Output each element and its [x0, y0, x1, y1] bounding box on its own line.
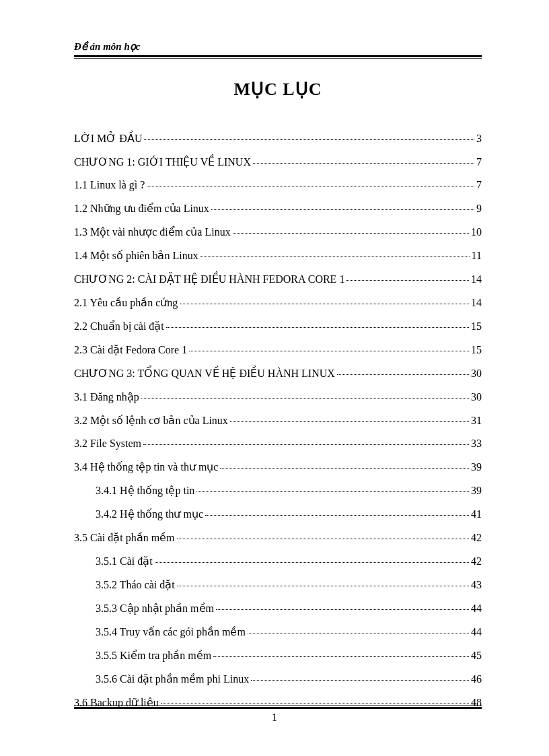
toc-entry-page: 42: [471, 532, 482, 544]
toc-entry: 3.5.6 Cài đặt phần mềm phi Linux46: [74, 673, 482, 685]
toc-entry: CHƯƠNG 3: TỔNG QUAN VỀ HỆ ĐIỀU HÀNH LINU…: [74, 367, 482, 380]
toc-entry: 3.2 Một số lệnh cơ bản của Linux31: [74, 414, 482, 427]
toc-entry: 3.4 Hệ thống tệp tin và thư mục39: [74, 460, 482, 473]
toc-entry: 3.5.1 Cài đặt42: [74, 555, 482, 568]
toc-leader: [147, 186, 474, 186]
toc-entry-page: 7: [476, 156, 482, 168]
toc-entry-page: 41: [471, 508, 482, 520]
toc-entry-page: 30: [471, 368, 482, 380]
toc-entry: 3.4.1 Hệ thống tệp tin39: [74, 484, 482, 497]
toc-entry: 1.2 Những ưu điểm của Linux9: [74, 202, 482, 215]
toc-entry-page: 42: [471, 555, 482, 568]
toc-entry-page: 11: [472, 250, 482, 262]
toc-leader: [230, 421, 469, 422]
toc-entry-page: 45: [471, 650, 482, 662]
toc-entry-page: 15: [471, 320, 482, 333]
toc-entry: CHƯƠNG 2: CÀI ĐẶT HỆ ĐIỀU HÀNH FEDORA CO…: [74, 273, 482, 285]
toc-entry-page: 15: [471, 344, 482, 356]
toc-entry: 1.4 Một số phiên bản Linux11: [74, 249, 482, 262]
toc-leader: [143, 444, 469, 445]
toc-entry: LỜI MỞ ĐẦU3: [74, 132, 482, 145]
toc-entry-page: 39: [471, 485, 482, 497]
footer-rule: [74, 706, 482, 709]
toc-entry-label: CHƯƠNG 1: GIỚI THIỆU VỀ LINUX: [74, 156, 251, 168]
toc-entry-label: 1.2 Những ưu điểm của Linux: [74, 202, 209, 215]
toc-entry-label: 3.5 Cài đặt phần mềm: [74, 531, 175, 544]
toc-entry-label: 1.4 Một số phiên bản Linux: [74, 249, 198, 262]
toc-entry-label: 2.3 Cài đặt Fedora Core 1: [74, 343, 187, 356]
table-of-contents: LỜI MỞ ĐẦU3CHƯƠNG 1: GIỚI THIỆU VỀ LINUX…: [74, 132, 482, 709]
toc-entry-page: 46: [471, 673, 482, 685]
toc-entry-label: 3.2 Một số lệnh cơ bản của Linux: [74, 414, 228, 427]
toc-entry: 3.5.5 Kiểm tra phần mềm45: [74, 649, 482, 662]
toc-leader: [155, 562, 469, 563]
toc-entry: 3.2 File System33: [74, 438, 482, 450]
toc-leader: [180, 304, 469, 304]
toc-leader: [251, 680, 469, 681]
toc-leader: [220, 468, 469, 469]
toc-leader: [144, 139, 474, 140]
toc-entry-label: LỜI MỞ ĐẦU: [74, 132, 142, 145]
toc-entry-page: 43: [471, 579, 482, 591]
toc-entry-label: 3.1 Đăng nhập: [74, 390, 139, 403]
toc-entry-label: CHƯƠNG 3: TỔNG QUAN VỀ HỆ ĐIỀU HÀNH LINU…: [74, 367, 335, 380]
toc-entry-label: CHƯƠNG 2: CÀI ĐẶT HỆ ĐIỀU HÀNH FEDORA CO…: [74, 273, 344, 285]
toc-entry-label: 3.5.1 Cài đặt: [96, 555, 153, 568]
toc-leader: [337, 374, 469, 375]
toc-leader: [205, 515, 469, 516]
header-label: Đề án môn học: [74, 40, 482, 53]
toc-entry-page: 33: [471, 438, 482, 450]
toc-leader: [248, 633, 469, 633]
toc-entry-page: 39: [471, 461, 482, 473]
toc-leader: [216, 609, 469, 610]
toc-entry-label: 3.4 Hệ thống tệp tin và thư mục: [74, 460, 218, 473]
toc-entry-page: 10: [471, 226, 482, 238]
toc-leader: [196, 491, 469, 492]
toc-entry-page: 31: [471, 415, 482, 427]
toc-entry-page: 3: [476, 133, 482, 145]
toc-leader: [141, 398, 469, 399]
toc-entry: 3.5.2 Tháo cài đặt43: [74, 578, 482, 591]
toc-entry: CHƯƠNG 1: GIỚI THIỆU VỀ LINUX7: [74, 156, 482, 168]
toc-entry: 3.4.2 Hệ thống thư mục41: [74, 508, 482, 520]
toc-entry-label: 3.2 File System: [74, 438, 141, 450]
toc-entry-label: 2.2 Chuẩn bị cài đặt: [74, 320, 164, 333]
toc-entry: 3.5.4 Truy vấn các gói phần mềm44: [74, 625, 482, 638]
toc-leader: [161, 703, 469, 704]
toc-entry-page: 44: [471, 626, 482, 638]
header-rule: [74, 55, 482, 59]
toc-leader: [213, 656, 469, 657]
toc-entry-page: 44: [471, 603, 482, 615]
toc-entry-label: 3.5.5 Kiểm tra phần mềm: [96, 649, 211, 662]
toc-leader: [177, 586, 469, 586]
toc-entry-page: 7: [476, 179, 482, 191]
toc-entry: 3.1 Đăng nhập30: [74, 390, 482, 403]
toc-entry-label: 3.4.1 Hệ thống tệp tin: [96, 484, 194, 497]
toc-entry-label: 3.5.6 Cài đặt phần mềm phi Linux: [96, 673, 249, 685]
toc-entry-label: 3.5.3 Cập nhật phần mềm: [96, 602, 214, 615]
toc-entry: 1.3 Một vài nhược điểm của Linux10: [74, 226, 482, 238]
toc-leader: [189, 351, 469, 351]
toc-entry: 2.2 Chuẩn bị cài đặt15: [74, 320, 482, 333]
page-title: MỤC LỤC: [74, 79, 482, 100]
toc-entry-page: 9: [476, 203, 482, 215]
toc-entry-label: 1.3 Một vài nhược điểm của Linux: [74, 226, 231, 238]
toc-entry-label: 3.5.2 Tháo cài đặt: [96, 578, 175, 591]
toc-leader: [233, 233, 469, 234]
toc-leader: [166, 327, 469, 328]
toc-entry: 2.3 Cài đặt Fedora Core 115: [74, 343, 482, 356]
toc-entry-label: 3.4.2 Hệ thống thư mục: [96, 508, 203, 520]
toc-entry-page: 14: [471, 273, 482, 285]
page-number: 1: [0, 712, 549, 724]
toc-entry-label: 1.1 Linux là gì ?: [74, 179, 145, 191]
toc-leader: [211, 209, 474, 210]
toc-leader: [200, 256, 470, 257]
toc-entry-page: 30: [471, 391, 482, 403]
toc-entry: 2.1 Yêu cầu phần cứng14: [74, 296, 482, 309]
toc-entry: 3.5.3 Cập nhật phần mềm44: [74, 602, 482, 615]
toc-leader: [346, 280, 469, 281]
toc-entry-label: 3.5.4 Truy vấn các gói phần mềm: [96, 625, 246, 638]
toc-entry: 1.1 Linux là gì ?7: [74, 179, 482, 191]
toc-entry: 3.5 Cài đặt phần mềm42: [74, 531, 482, 544]
toc-entry-page: 14: [471, 297, 482, 309]
